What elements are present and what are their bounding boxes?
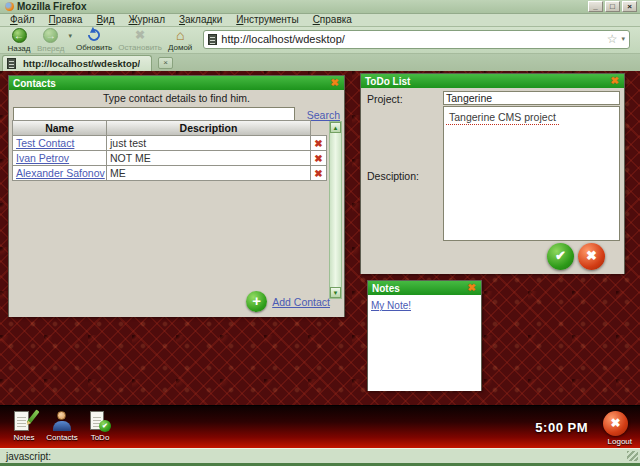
home-label: Домой (168, 43, 192, 52)
status-bar: javascript: (0, 448, 640, 466)
todo-body: Project: Tangerine Tangerine CMS project… (361, 88, 624, 274)
cell-name: Alexander Safonov (12, 165, 107, 181)
notes-title: Notes (372, 282, 467, 295)
reload-button[interactable]: Обновить (73, 28, 115, 52)
contact-link[interactable]: Ivan Petrov (16, 152, 69, 164)
delete-icon: ✖ (314, 138, 322, 149)
delete-contact-button[interactable]: ✖ (310, 150, 327, 166)
history-dropdown-icon[interactable]: ▾ (69, 32, 73, 48)
menu-tools[interactable]: Инструменты (229, 14, 305, 26)
todo-titlebar[interactable]: ToDo List ✖ (361, 74, 624, 88)
cell-name: Ivan Petrov (12, 150, 107, 166)
contact-link[interactable]: Alexander Safonov (16, 167, 105, 179)
add-contact-button[interactable]: + Add Contact (246, 291, 330, 312)
site-identity-icon[interactable] (208, 34, 217, 45)
todo-title: ToDo List (365, 75, 610, 88)
reload-label: Обновить (76, 43, 112, 52)
confirm-button[interactable]: ✔ (547, 243, 574, 270)
table-header-row: Name Description (12, 120, 328, 136)
reload-icon (86, 27, 103, 44)
notes-window: Notes ✖ My Note! (367, 280, 482, 391)
url-input[interactable] (221, 33, 604, 45)
project-input[interactable]: Tangerine (443, 91, 620, 105)
notes-app-icon (13, 410, 35, 432)
note-link[interactable]: My Note! (371, 300, 411, 311)
todo-close-icon[interactable]: ✖ (610, 75, 620, 87)
taskbar-item-todo[interactable]: ✔ ToDo (82, 410, 118, 442)
menu-history[interactable]: Журнал (121, 14, 172, 26)
scroll-down-icon[interactable]: ▼ (330, 287, 341, 298)
menu-bar: Файл Правка Вид Журнал Закладки Инструме… (0, 14, 640, 27)
back-label: Назад (8, 44, 31, 53)
person-head-shape (57, 411, 66, 420)
contacts-body: Type contact details to find him. Search… (9, 90, 344, 317)
navigation-toolbar: ← Назад → Вперед ▾ Обновить ✖ Остановить… (0, 27, 640, 54)
cell-description: NOT ME (106, 150, 311, 166)
check-badge-icon: ✔ (99, 420, 111, 432)
cell-description: ME (106, 165, 311, 181)
contacts-window: Contacts ✖ Type contact details to find … (8, 75, 345, 317)
resize-grip[interactable] (627, 451, 638, 461)
delete-icon: ✖ (314, 153, 322, 164)
url-bar[interactable]: ☆ ▾ (203, 30, 630, 49)
browser-titlebar[interactable]: Mozilla Firefox _ □ × (0, 0, 640, 14)
contacts-scrollbar[interactable]: ▲ ▼ (329, 121, 342, 299)
add-plus-icon: + (246, 291, 267, 312)
back-button[interactable]: ← Назад (4, 28, 34, 53)
menu-file[interactable]: Файл (3, 14, 42, 26)
description-label: Desciption: (367, 170, 419, 182)
logout-label: Logout (608, 437, 632, 446)
logout-button[interactable]: ✖ (603, 411, 628, 436)
delete-icon: ✖ (314, 168, 322, 179)
add-contact-label: Add Contact (272, 296, 330, 308)
delete-contact-button[interactable]: ✖ (310, 165, 327, 181)
stop-button[interactable]: ✖ Остановить (115, 28, 165, 52)
suggestion-item[interactable]: Tangerine CMS project (446, 110, 559, 125)
notes-close-icon[interactable]: ✖ (467, 282, 477, 294)
taskbar-clock: 5:00 PM (535, 406, 588, 449)
tab-bar: http://localhost/wdesktop/ × (0, 54, 640, 71)
forward-icon: → (43, 28, 58, 43)
project-suggestion-list: Tangerine CMS project (443, 106, 620, 241)
taskbar-label: Notes (6, 433, 42, 442)
table-row: Test Contact just test ✖ (12, 135, 328, 151)
table-row: Ivan Petrov NOT ME ✖ (12, 150, 328, 166)
firefox-icon (5, 2, 14, 11)
forward-label: Вперед (37, 44, 65, 53)
menu-edit[interactable]: Правка (42, 14, 90, 26)
tab-close-button[interactable]: × (158, 57, 173, 69)
contacts-table: Name Description Test Contact just test … (12, 121, 328, 181)
cell-description: just test (106, 135, 311, 151)
home-icon: ⌂ (176, 28, 184, 42)
status-text: javascript: (6, 451, 51, 462)
minimize-icon[interactable]: _ (588, 1, 603, 12)
taskbar-item-notes[interactable]: Notes (6, 410, 42, 442)
project-value: Tangerine (446, 92, 492, 105)
scroll-up-icon[interactable]: ▲ (330, 122, 341, 133)
url-dropdown-icon[interactable]: ▾ (621, 35, 625, 43)
home-button[interactable]: ⌂ Домой (165, 28, 195, 52)
close-icon[interactable]: × (622, 1, 637, 12)
notes-body: My Note! (368, 295, 481, 391)
tab-wdesktop[interactable]: http://localhost/wdesktop/ (2, 55, 152, 71)
delete-contact-button[interactable]: ✖ (310, 135, 327, 151)
forward-button[interactable]: → Вперед (34, 28, 68, 53)
contacts-titlebar[interactable]: Contacts ✖ (9, 76, 344, 90)
column-header-name[interactable]: Name (12, 120, 107, 136)
cell-name: Test Contact (12, 135, 107, 151)
maximize-icon[interactable]: □ (605, 1, 620, 12)
contact-link[interactable]: Test Contact (16, 137, 74, 149)
cancel-button[interactable]: ✖ (578, 243, 605, 270)
taskbar-label: Contacts (44, 433, 80, 442)
notes-titlebar[interactable]: Notes ✖ (368, 281, 481, 295)
tab-title: http://localhost/wdesktop/ (23, 58, 140, 69)
back-icon: ← (12, 28, 27, 43)
contacts-close-icon[interactable]: ✖ (330, 77, 340, 89)
menu-help[interactable]: Справка (306, 14, 359, 26)
column-header-description[interactable]: Description (106, 120, 311, 136)
menu-bookmarks[interactable]: Закладки (172, 14, 229, 26)
taskbar-label: ToDo (82, 433, 118, 442)
project-label: Project: (367, 93, 403, 105)
taskbar-item-contacts[interactable]: Contacts (44, 410, 80, 442)
bookmark-star-icon[interactable]: ☆ (607, 32, 618, 46)
